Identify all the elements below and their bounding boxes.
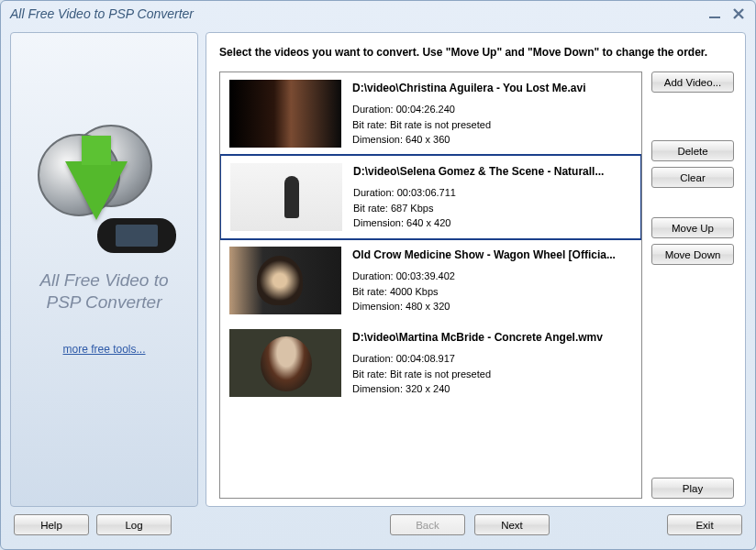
move-down-button[interactable]: Move Down [651,244,734,265]
app-logo [38,125,171,253]
move-up-button[interactable]: Move Up [651,217,734,238]
video-thumbnail [229,247,341,314]
video-bitrate: Bit rate: Bit rate is not preseted [352,117,632,133]
video-dimension: Dimension: 640 x 420 [353,215,631,231]
next-button[interactable]: Next [474,514,550,535]
delete-button[interactable]: Delete [651,140,734,161]
video-info: D:\video\Martina McBride - Concrete Ange… [352,329,632,397]
svg-rect-0 [709,16,720,18]
video-info: Old Crow Medicine Show - Wagon Wheel [Of… [352,247,632,314]
video-item[interactable]: Old Crow Medicine Show - Wagon Wheel [Of… [220,239,641,322]
bottom-bar: Help Log Back Next Exit [1,507,755,543]
video-bitrate: Bit rate: 4000 Kbps [352,284,632,300]
video-item[interactable]: D:\video\Christina Aguilera - You Lost M… [220,72,641,155]
video-thumbnail [229,80,341,148]
app-name-line1: All Free Video to [39,270,168,292]
main-panel: Select the videos you want to convert. U… [206,32,746,507]
app-window: All Free Video to PSP Converter All Free… [0,0,756,550]
clear-button[interactable]: Clear [651,167,734,188]
app-name-line2: PSP Converter [39,292,168,314]
video-item[interactable]: D:\video\Selena Gomez & The Scene - Natu… [219,154,642,240]
video-duration: Duration: 00:04:26.240 [352,102,632,117]
video-duration: Duration: 00:04:08.917 [352,351,632,367]
minimize-icon[interactable] [707,6,722,21]
video-title: Old Crow Medicine Show - Wagon Wheel [Of… [352,248,632,261]
more-tools-link[interactable]: more free tools... [62,343,145,356]
window-title: All Free Video to PSP Converter [10,6,194,21]
back-button[interactable]: Back [390,514,465,535]
video-info: D:\video\Selena Gomez & The Scene - Natu… [353,163,631,231]
video-title: D:\video\Martina McBride - Concrete Ange… [352,331,632,344]
play-button[interactable]: Play [651,478,734,499]
video-dimension: Dimension: 640 x 360 [352,132,632,148]
video-thumbnail [230,163,342,231]
titlebar: All Free Video to PSP Converter [1,1,755,27]
help-button[interactable]: Help [14,514,89,535]
exit-button[interactable]: Exit [667,514,742,535]
close-icon[interactable] [731,6,746,21]
video-duration: Duration: 00:03:39.402 [352,269,632,284]
video-bitrate: Bit rate: Bit rate is not preseted [352,367,632,382]
video-dimension: Dimension: 480 x 320 [352,299,632,314]
log-button[interactable]: Log [96,514,172,535]
video-dimension: Dimension: 320 x 240 [352,381,632,397]
video-bitrate: Bit rate: 687 Kbps [353,201,631,216]
video-thumbnail [229,329,341,397]
video-title: D:\video\Christina Aguilera - You Lost M… [352,82,632,94]
video-info: D:\video\Christina Aguilera - You Lost M… [352,80,632,148]
side-buttons: Add Video... Delete Clear Move Up Move D… [651,72,734,499]
instruction-text: Select the videos you want to convert. U… [219,46,734,59]
sidebar: All Free Video to PSP Converter more fre… [10,32,198,507]
app-name: All Free Video to PSP Converter [39,270,168,314]
video-duration: Duration: 00:03:06.711 [353,185,631,201]
video-title: D:\video\Selena Gomez & The Scene - Natu… [353,165,631,178]
video-item[interactable]: D:\video\Martina McBride - Concrete Ange… [220,322,641,404]
add-video-button[interactable]: Add Video... [651,72,734,93]
video-list[interactable]: D:\video\Christina Aguilera - You Lost M… [219,72,642,499]
